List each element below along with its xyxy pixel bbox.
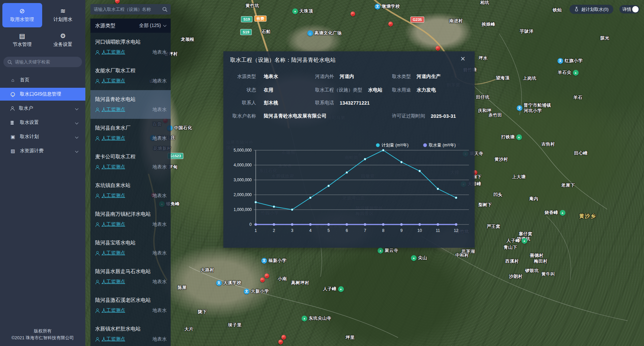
sidebar-item-label: 首页 [20, 77, 29, 83]
sidebar-search[interactable] [3, 57, 82, 67]
map-label-text: 坪里 [346, 335, 355, 341]
station-marker-icon[interactable] [388, 22, 393, 26]
map-label-text: 田仔坑 [476, 94, 490, 100]
map-label-text: 陔光 [600, 35, 610, 41]
module-button-1[interactable]: ⊘取用水管理 [2, 3, 42, 27]
chevron-down-icon [75, 150, 79, 153]
map-label-text: 老屋下 [561, 182, 575, 188]
sidebar-item-4[interactable]: 取水设置 [0, 116, 85, 129]
water-source-type: 地表水 [152, 49, 167, 55]
map-label: 陔光 [600, 35, 610, 41]
module-button-2[interactable]: ≋计划用水 [43, 3, 83, 27]
mountain-pin-icon: ▲ [573, 70, 579, 76]
map-label-text: 上岗坑 [523, 75, 537, 81]
map-label: 羊石尖▲ [558, 70, 579, 76]
monitor-type: 人工监测点 [95, 164, 125, 170]
list-item[interactable]: 陆河县青砼水电站人工监测点地表水 [90, 90, 171, 119]
sidebar-item-6[interactable]: ▨水资源计费 [0, 144, 85, 157]
road-badge: S19 [240, 29, 252, 35]
monitor-type: 人工监测点 [95, 78, 125, 84]
module-button-4[interactable]: ⚙业务设置 [43, 28, 83, 52]
station-meta: 人工监测点地表水 [95, 336, 167, 342]
map-label: 黄牛叫 [541, 271, 555, 277]
water-source-type: 地表水 [152, 164, 167, 170]
station-marker-icon[interactable] [436, 46, 440, 51]
station-name: 陆河县自来水厂 [95, 125, 167, 131]
list-item[interactable]: 东坑镇自来水站人工监测点地表水 [90, 176, 171, 205]
map-label: S19 [240, 29, 252, 35]
monitor-type: 人工监测点 [95, 135, 125, 141]
map-label: 箭塘坑 [517, 236, 531, 242]
map-label: 文大新小学 [244, 288, 269, 294]
map-label-text: 普宁市船埔镇河坑小学 [524, 103, 555, 114]
map-label: ⌂高塘文化广场 [307, 30, 342, 36]
field-label: 状态 [229, 87, 256, 93]
list-item[interactable]: 陆河县激石溪老区水电站人工监测点地表水 [90, 291, 171, 320]
sidebar-search-input[interactable] [15, 59, 78, 64]
svg-text:6: 6 [346, 228, 348, 233]
map-label-text: 坝子里 [228, 322, 242, 328]
map-label: 挨娘峰 [482, 21, 496, 27]
station-marker-icon[interactable] [281, 335, 286, 340]
list-item[interactable]: 河口镇唱歌潭水电站人工监测点地表水 [90, 33, 171, 61]
water-source-type: 地表水 [152, 279, 167, 285]
mountain-pin-icon: ▲ [377, 248, 383, 254]
modal-title: 取水工程（设施）名称：陆河县青砼水电站 [230, 57, 336, 64]
detail-toggle[interactable]: 详情 [619, 5, 640, 14]
sidebar-item-5[interactable]: ▣取水计划 [0, 130, 85, 143]
water-source-type: 地表水 [152, 107, 167, 113]
monitor-label: 人工监测点 [102, 164, 125, 170]
station-marker-icon[interactable] [260, 277, 265, 282]
school-pin-icon: 文 [517, 105, 523, 111]
waves-icon: ≋ [60, 8, 66, 14]
person-icon [95, 136, 100, 141]
sidebar-item-3[interactable]: 取水户 [0, 102, 85, 115]
list-item[interactable]: 水唇镇水栏肚水电站人工监测点地表水 [90, 320, 171, 346]
field-label: 取水类型 [392, 74, 411, 80]
water-source-type: 地表水 [152, 193, 167, 199]
map-label-text: 青山下 [504, 244, 517, 250]
map-label: 中和村 [455, 252, 469, 258]
person-icon [95, 309, 100, 313]
station-name: 友能水厂取水工程 [95, 68, 167, 74]
list-item[interactable]: 友能水厂取水工程人工监测点地表水 [90, 61, 171, 90]
list-item[interactable]: 麦卡公司取水工程人工监测点地表水 [90, 148, 171, 176]
map-label: ▲聚云寺 [377, 247, 398, 254]
field: 取水户名称陆河县青砼水电发展有限公司 [229, 113, 327, 119]
sidebar-item-1[interactable]: ⌂首页 [0, 74, 85, 86]
station-search[interactable] [90, 4, 171, 15]
map-label: 文红旗小学 [558, 58, 583, 64]
close-icon[interactable]: × [460, 55, 465, 63]
station-meta: 人工监测点地表水 [95, 221, 167, 228]
station-search-input[interactable] [94, 7, 162, 12]
field: 取水类型河道内生产 [392, 74, 441, 80]
station-detail-modal: 取水工程（设施）名称：陆河县青砼水电站 × 水源类型地表水河道内外河道内取水类型… [223, 51, 475, 248]
sidebar-item-2[interactable]: 取水口GIS信息管理 [0, 88, 85, 101]
map-label-text: 龙颈根 [181, 36, 195, 43]
svg-text:8: 8 [382, 228, 385, 233]
filter-dropdown[interactable]: 全部 (125) [139, 23, 166, 29]
map-label: 文福新小学 [261, 258, 287, 264]
field-value: 陆河县青砼水电发展有限公司 [264, 113, 327, 119]
field: 水源类型地表水 [229, 74, 278, 80]
search-icon[interactable] [162, 7, 167, 12]
map-label-text: 锣鼓坑 [525, 268, 539, 274]
station-marker-icon[interactable] [264, 273, 269, 278]
list-item[interactable]: 陆河县南万镇杞洋水电站人工监测点地表水 [90, 205, 171, 234]
map-label: 善德村 [530, 252, 544, 259]
list-item[interactable]: 陆河县宝塔水电站人工监测点地表水 [90, 234, 171, 262]
over-plan-intake-button[interactable]: 超计划取水(0) [569, 5, 613, 14]
list-item[interactable]: 陆河县水唇走马石水电站人工监测点地表水 [90, 262, 171, 291]
module-switcher: ⊘取用水管理≋计划用水▤节水管理⚙业务设置 [2, 3, 84, 53]
detail-toggle-label: 详情 [622, 6, 631, 12]
map-label-text: 黄牛叫 [541, 271, 555, 277]
list-item[interactable]: 陆河县自来水厂人工监测点地表水 [90, 119, 171, 148]
station-meta: 人工监测点地表水 [95, 164, 167, 170]
station-marker-icon[interactable] [278, 340, 283, 344]
search-icon [7, 60, 12, 64]
module-label: 节水管理 [13, 42, 32, 48]
mountain-pin-icon: ▲ [522, 238, 527, 244]
map-label-text: 吉告村 [541, 141, 555, 147]
svg-text:0: 0 [249, 222, 252, 227]
module-button-3[interactable]: ▤节水管理 [2, 28, 42, 52]
